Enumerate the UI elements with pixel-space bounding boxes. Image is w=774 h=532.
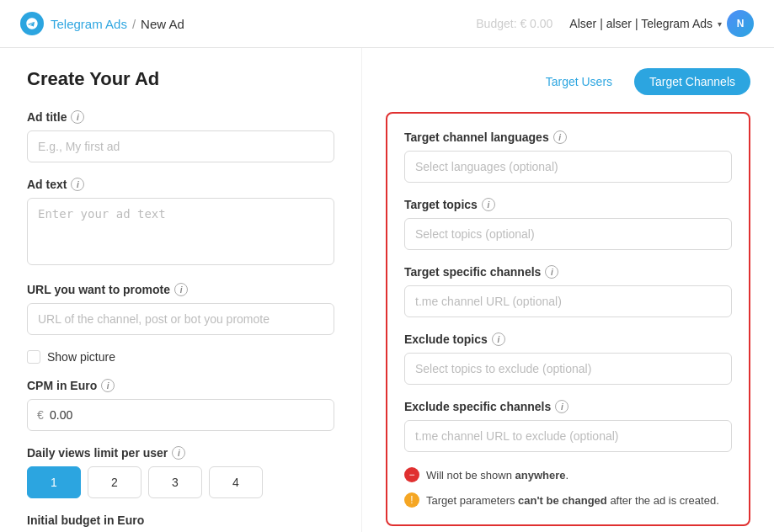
target-specific-group: Target specific channels i (404, 265, 732, 317)
breadcrumb: Telegram Ads / New Ad (51, 17, 184, 31)
target-topics-input[interactable] (404, 218, 732, 250)
ad-text-group: Ad text i (27, 178, 334, 268)
daily-views-info-icon[interactable]: i (172, 446, 185, 460)
header: Telegram Ads / New Ad Budget: € 0.00 Als… (0, 0, 774, 48)
target-languages-label: Target channel languages i (404, 130, 732, 144)
right-panel: Target Users Target Channels Target chan… (362, 48, 774, 532)
initial-budget-label: Initial budget in Euro (27, 513, 334, 527)
breadcrumb-separator: / (132, 17, 136, 31)
url-group: URL you want to promote i (27, 283, 334, 335)
target-specific-input[interactable] (404, 285, 732, 317)
show-picture-label[interactable]: Show picture (47, 350, 115, 364)
url-input[interactable] (27, 303, 334, 335)
target-topics-group: Target topics i (404, 198, 732, 250)
notice-cant-change: ! Target parameters can't be changed aft… (404, 492, 732, 508)
view-btn-3[interactable]: 3 (148, 466, 202, 498)
exclude-channels-info-icon[interactable]: i (555, 400, 568, 413)
ad-title-group: Ad title i (27, 110, 334, 162)
ad-text-info-icon[interactable]: i (71, 178, 84, 191)
breadcrumb-link[interactable]: Telegram Ads (51, 17, 127, 31)
header-left: Telegram Ads / New Ad (20, 12, 184, 35)
tab-target-channels[interactable]: Target Channels (634, 68, 750, 95)
exclude-channels-label: Exclude specific channels i (404, 400, 732, 413)
user-name: Alser | alser | Telegram Ads (569, 17, 713, 30)
ad-text-label: Ad text i (27, 178, 334, 191)
show-picture-row: Show picture (27, 350, 334, 364)
target-languages-info-icon[interactable]: i (553, 130, 567, 144)
target-topics-info-icon[interactable]: i (482, 198, 495, 211)
view-btn-1[interactable]: 1 (27, 466, 81, 498)
target-specific-info-icon[interactable]: i (545, 265, 558, 279)
notice-orange-icon: ! (404, 492, 419, 508)
exclude-topics-input[interactable] (404, 353, 732, 385)
tab-target-users[interactable]: Target Users (531, 68, 627, 95)
view-btn-2[interactable]: 2 (88, 466, 141, 498)
target-languages-group: Target channel languages i (404, 130, 732, 183)
left-panel: Create Your Ad Ad title i Ad text i URL … (0, 48, 362, 532)
user-menu[interactable]: Alser | alser | Telegram Ads ▾ N (569, 10, 754, 37)
exclude-channels-group: Exclude specific channels i (404, 400, 732, 452)
main-layout: Create Your Ad Ad title i Ad text i URL … (0, 48, 774, 532)
ad-title-info-icon[interactable]: i (71, 110, 84, 124)
target-languages-input[interactable] (404, 151, 732, 183)
target-topics-label: Target topics i (404, 198, 732, 211)
exclude-topics-info-icon[interactable]: i (492, 332, 505, 346)
show-picture-checkbox[interactable] (27, 350, 40, 364)
views-buttons: 1 2 3 4 (27, 466, 334, 498)
daily-views-label: Daily views limit per user i (27, 446, 334, 460)
notice-not-shown: − Will not be shown anywhere. (404, 467, 732, 482)
ad-title-input[interactable] (27, 130, 334, 162)
notice-cant-change-text: Target parameters can't be changed after… (426, 494, 719, 507)
daily-views-group: Daily views limit per user i 1 2 3 4 (27, 446, 334, 498)
cpm-label: CPM in Euro i (27, 379, 334, 392)
ad-title-label: Ad title i (27, 110, 334, 124)
exclude-topics-group: Exclude topics i (404, 332, 732, 385)
chevron-down-icon: ▾ (718, 19, 722, 29)
targeting-tabs: Target Users Target Channels (386, 68, 750, 95)
header-right: Budget: € 0.00 Alser | alser | Telegram … (472, 10, 754, 37)
cpm-prefix: € (37, 408, 44, 422)
notice-red-icon: − (404, 467, 419, 482)
exclude-topics-label: Exclude topics i (404, 332, 732, 346)
cpm-input[interactable] (27, 399, 334, 431)
target-channels-box: Target channel languages i Target topics… (386, 112, 750, 526)
ad-text-input[interactable] (27, 198, 334, 265)
page-title: Create Your Ad (27, 68, 334, 90)
cpm-input-wrapper: € (27, 399, 334, 431)
url-label: URL you want to promote i (27, 283, 334, 296)
exclude-channels-input[interactable] (404, 420, 732, 452)
target-specific-label: Target specific channels i (404, 265, 732, 279)
cpm-info-icon[interactable]: i (101, 379, 115, 392)
breadcrumb-current: New Ad (141, 17, 184, 31)
telegram-icon (20, 12, 44, 35)
view-btn-4[interactable]: 4 (209, 466, 263, 498)
budget-info: Budget: € 0.00 (472, 17, 556, 30)
url-info-icon[interactable]: i (174, 283, 188, 296)
cpm-group: CPM in Euro i € (27, 379, 334, 431)
avatar: N (727, 10, 754, 37)
notice-not-shown-text: Will not be shown anywhere. (426, 469, 568, 481)
initial-budget-group: Initial budget in Euro € This amount wil… (27, 513, 334, 532)
